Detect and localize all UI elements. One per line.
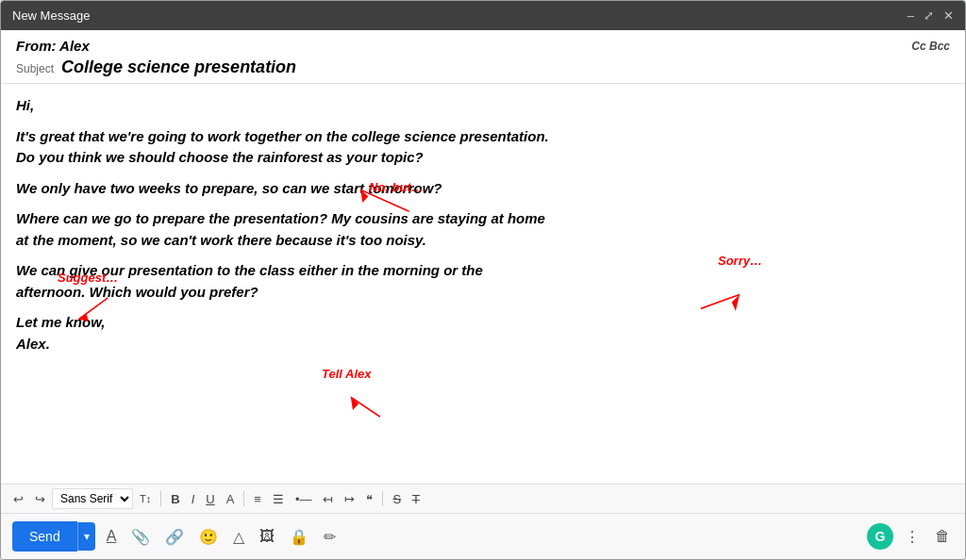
annotation-tell-alex: Tell Alex xyxy=(322,365,372,384)
indent-more-button[interactable]: ↦ xyxy=(340,489,359,509)
send-dropdown-button[interactable]: ▾ xyxy=(77,522,95,551)
minimize-button[interactable]: – xyxy=(908,8,914,23)
undo-button[interactable]: ↩ xyxy=(8,489,28,509)
subject-value: College science presentation xyxy=(61,58,296,77)
body-para3: Where can we go to prepare the presentat… xyxy=(16,208,950,251)
font-color-button[interactable]: A xyxy=(222,489,240,509)
send-button[interactable]: Send xyxy=(12,521,77,552)
subject-label: Subject xyxy=(16,62,54,75)
insert-photo-button[interactable]: 🖼 xyxy=(256,524,278,549)
align-button[interactable]: ≡ xyxy=(249,489,266,509)
font-size-button[interactable]: T↕ xyxy=(135,490,156,507)
title-bar: New Message – ⤢ ✕ xyxy=(1,1,965,30)
redo-button[interactable]: ↪ xyxy=(30,489,50,509)
body-para1: It's great that we're going to work toge… xyxy=(16,126,950,169)
discard-button[interactable]: 🗑 xyxy=(931,524,954,549)
formatting-toolbar: ↩ ↪ Sans Serif T↕ B I U A ≡ ☰ •— ↤ ↦ ❝ S… xyxy=(1,484,965,514)
ordered-list-button[interactable]: ☰ xyxy=(268,489,289,509)
insert-emoji-button[interactable]: 🙂 xyxy=(195,524,222,550)
annotation-sorry: Sorry… xyxy=(718,252,762,271)
window-title: New Message xyxy=(12,8,90,23)
svg-line-6 xyxy=(351,397,380,417)
toolbar-separator-1 xyxy=(160,491,161,506)
svg-marker-7 xyxy=(351,397,358,410)
from-field: From: Alex xyxy=(16,38,90,54)
bottom-right-icons: ⋮ 🗑 xyxy=(901,524,954,550)
underline-button[interactable]: U xyxy=(201,489,219,509)
cc-bcc-button[interactable]: Cc Bcc xyxy=(911,40,950,53)
subject-line: Subject College science presentation xyxy=(16,58,950,83)
strikethrough-button[interactable]: S xyxy=(388,489,406,509)
send-button-group: Send ▾ xyxy=(12,521,95,552)
body-closing: Let me know, Alex. xyxy=(16,312,950,354)
from-value: Alex xyxy=(59,38,90,54)
email-compose-window: New Message – ⤢ ✕ From: Alex Cc Bcc Subj… xyxy=(0,0,966,560)
remove-format-button[interactable]: T̶ xyxy=(408,489,425,509)
window-controls: – ⤢ ✕ xyxy=(908,8,954,23)
italic-button[interactable]: I xyxy=(187,489,200,509)
insert-drive-button[interactable]: △ xyxy=(229,524,248,550)
from-line: From: Alex Cc Bcc xyxy=(16,38,950,54)
close-button[interactable]: ✕ xyxy=(943,8,954,23)
body-para4: We can give our presentation to the clas… xyxy=(16,260,950,303)
format-options-button[interactable]: A xyxy=(103,524,121,549)
insert-link-button[interactable]: 🔗 xyxy=(161,524,188,550)
toggle-confidential-button[interactable]: 🔒 xyxy=(286,524,312,550)
indent-less-button[interactable]: ↤ xyxy=(318,489,338,509)
unordered-list-button[interactable]: •— xyxy=(291,489,317,509)
toolbar-separator-3 xyxy=(382,491,383,506)
restore-button[interactable]: ⤢ xyxy=(924,8,934,23)
bold-button[interactable]: B xyxy=(166,489,184,509)
bottom-bar: Send ▾ A 📎 🔗 🙂 △ 🖼 🔒 ✏ G ⋮ 🗑 xyxy=(1,514,965,559)
body-greeting: Hi, xyxy=(16,95,950,117)
from-label: From: xyxy=(16,38,59,54)
body-para2: We only have two weeks to prepare, so ca… xyxy=(16,178,950,200)
email-body[interactable]: Hi, It's great that we're going to work … xyxy=(1,84,965,484)
email-header: From: Alex Cc Bcc Subject College scienc… xyxy=(1,30,965,84)
blockquote-button[interactable]: ❝ xyxy=(361,489,377,509)
annotation-no-but: No, but… xyxy=(369,178,424,197)
insert-signature-button[interactable]: ✏ xyxy=(320,524,340,550)
attach-file-button[interactable]: 📎 xyxy=(127,524,154,550)
more-options-button[interactable]: ⋮ xyxy=(901,524,924,550)
toolbar-separator-2 xyxy=(243,491,244,506)
font-family-select[interactable]: Sans Serif xyxy=(52,488,133,509)
annotation-suggest: Suggest… xyxy=(58,269,118,288)
grammarly-icon[interactable]: G xyxy=(867,523,893,550)
